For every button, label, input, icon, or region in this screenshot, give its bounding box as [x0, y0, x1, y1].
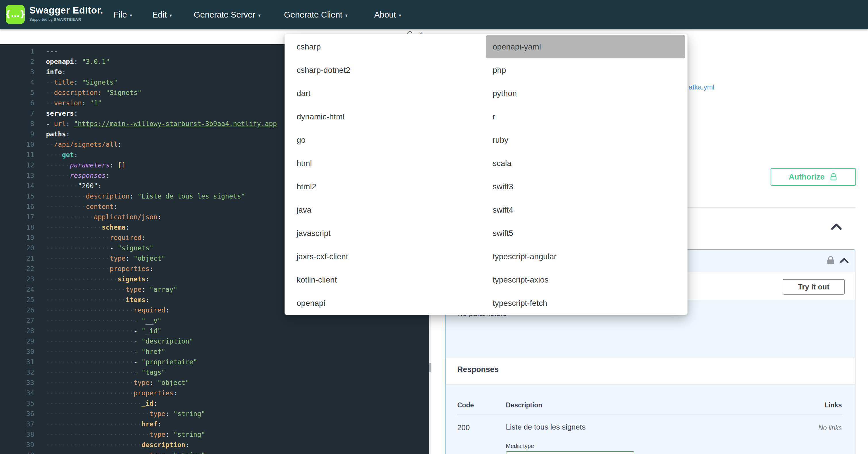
generate-client-option-go[interactable]: go	[284, 128, 486, 152]
line-number: 5	[0, 87, 34, 98]
line-number: 30	[0, 346, 34, 357]
code-line: 38··························type: "strin…	[0, 429, 429, 439]
line-number: 26	[0, 305, 34, 315]
code-line: 36··························type: "strin…	[0, 408, 429, 419]
operation-collapse-chevron-up-icon[interactable]	[839, 257, 849, 264]
line-number: 28	[0, 326, 34, 336]
line-number: 36	[0, 408, 34, 419]
line-number: 24	[0, 284, 34, 294]
logo-braces-glyph: {…}	[5, 9, 26, 19]
generate-client-dropdown: csharpcsharp-dotnet2dartdynamic-htmlgoht…	[284, 34, 687, 315]
app-title: Swagger Editor.	[29, 5, 103, 16]
line-number: 27	[0, 315, 34, 326]
line-number: 40	[0, 450, 34, 454]
code-line: 34······················properties:	[0, 388, 429, 398]
menu-edit[interactable]: Edit▾	[152, 0, 172, 29]
table-header-divider	[457, 415, 842, 415]
generate-client-option-html[interactable]: html	[284, 152, 486, 175]
generate-client-option-kotlin-client[interactable]: kotlin-client	[284, 268, 486, 291]
line-number: 25	[0, 294, 34, 305]
line-number: 11	[0, 150, 34, 160]
generate-client-option-openapi-yaml[interactable]: openapi-yaml	[486, 35, 685, 58]
chevron-down-icon: ▾	[130, 13, 132, 18]
generate-client-option-jaxrs-cxf-client[interactable]: jaxrs-cxf-client	[284, 245, 486, 268]
code-line: 39························description:	[0, 439, 429, 450]
menu-generate-server[interactable]: Generate Server▾	[194, 0, 260, 29]
generate-client-option-swift4[interactable]: swift4	[486, 198, 685, 222]
code-line: 28······················- "_id"	[0, 326, 429, 336]
line-number: 35	[0, 398, 34, 408]
responses-table-header-code: Code	[457, 401, 474, 409]
line-number: 17	[0, 212, 34, 222]
line-number: 23	[0, 274, 34, 284]
chevron-down-icon: ▾	[169, 13, 172, 18]
line-number: 37	[0, 419, 34, 429]
line-number: 12	[0, 160, 34, 170]
generate-client-option-typescript-axios[interactable]: typescript-axios	[486, 268, 685, 291]
menu-file[interactable]: File▾	[114, 0, 132, 29]
generate-client-option-csharp[interactable]: csharp	[284, 35, 486, 58]
line-number: 19	[0, 232, 34, 243]
smartbear-wordmark: SMARTBEAR	[54, 17, 82, 22]
generate-client-option-typescript-fetch[interactable]: typescript-fetch	[486, 291, 685, 315]
responses-table-header-links: Links	[825, 401, 842, 409]
brand-block: Swagger Editor. Supported by SMARTBEAR	[29, 5, 103, 22]
try-it-out-button[interactable]: Try it out	[783, 279, 845, 294]
code-line: 30······················- "href"	[0, 346, 429, 357]
top-navigation-bar: {…} Swagger Editor. Supported by SMARTBE…	[0, 0, 868, 29]
generate-client-option-javascript[interactable]: javascript	[284, 222, 486, 245]
code-line: 29······················- "description"	[0, 336, 429, 346]
line-number: 34	[0, 388, 34, 398]
response-description: Liste de tous les signets	[506, 423, 586, 431]
menu-about[interactable]: About▾	[374, 0, 401, 29]
line-number: 32	[0, 367, 34, 377]
generate-client-option-html2[interactable]: html2	[284, 175, 486, 198]
media-type-label: Media type	[506, 443, 534, 449]
generate-client-option-typescript-angular[interactable]: typescript-angular	[486, 245, 685, 268]
line-number: 9	[0, 129, 34, 139]
line-number: 4	[0, 77, 34, 87]
generate-client-option-python[interactable]: python	[486, 82, 685, 105]
generate-client-option-php[interactable]: php	[486, 58, 685, 82]
authorize-button[interactable]: Authorize	[771, 168, 856, 186]
swagger-logo-icon: {…}	[6, 5, 25, 24]
spec-link-fragment[interactable]: afka.yml	[689, 83, 714, 91]
menu-generate-client[interactable]: Generate Client▾	[284, 0, 347, 29]
lock-icon[interactable]	[826, 255, 836, 265]
line-number: 7	[0, 108, 34, 118]
generate-client-option-ruby[interactable]: ruby	[486, 128, 685, 152]
line-number: 22	[0, 263, 34, 274]
code-line: 31······················- "proprietaire"	[0, 357, 429, 367]
code-line: 32······················- "tags"	[0, 367, 429, 377]
line-number: 3	[0, 67, 34, 77]
response-code-200: 200	[457, 423, 470, 432]
code-line: 40··························type: "strin…	[0, 450, 429, 454]
generate-client-option-dart[interactable]: dart	[284, 82, 486, 105]
code-line: 27······················- "__v"	[0, 315, 429, 326]
line-number: 8	[0, 118, 34, 129]
generate-client-options-right: openapi-yamlphppythonrrubyscalaswift3swi…	[486, 35, 687, 315]
editor-scrollbar-thumb[interactable]	[429, 363, 431, 372]
tag-collapse-chevron-up-icon[interactable]	[830, 222, 843, 231]
generate-client-option-swift3[interactable]: swift3	[486, 175, 685, 198]
line-number: 2	[0, 56, 34, 67]
generate-client-option-swift5[interactable]: swift5	[486, 222, 685, 245]
chevron-down-icon: ▾	[399, 13, 401, 18]
code-line: 33······················type: "object"	[0, 377, 429, 388]
generate-client-option-openapi[interactable]: openapi	[284, 291, 486, 315]
generate-client-option-java[interactable]: java	[284, 198, 486, 222]
generate-client-option-r[interactable]: r	[486, 105, 685, 128]
generate-client-option-scala[interactable]: scala	[486, 152, 685, 175]
line-number: 16	[0, 201, 34, 212]
line-number: 38	[0, 429, 34, 439]
chevron-down-icon: ▾	[345, 13, 347, 18]
generate-client-option-dynamic-html[interactable]: dynamic-html	[284, 105, 486, 128]
line-number: 18	[0, 222, 34, 232]
media-type-select[interactable]	[506, 451, 634, 454]
line-number: 20	[0, 243, 34, 253]
line-number: 1	[0, 46, 34, 56]
line-number: 31	[0, 357, 34, 367]
lock-icon	[829, 173, 838, 181]
generate-client-option-csharp-dotnet2[interactable]: csharp-dotnet2	[284, 58, 486, 82]
generate-client-options-left: csharpcsharp-dotnet2dartdynamic-htmlgoht…	[284, 35, 486, 315]
